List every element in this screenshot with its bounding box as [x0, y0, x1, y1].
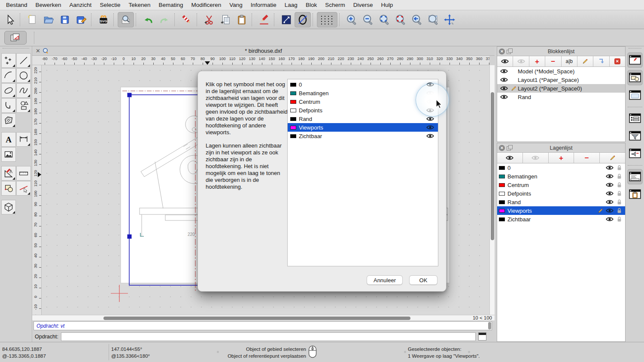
- image-icon[interactable]: [1, 147, 16, 162]
- print-preview-icon[interactable]: [118, 12, 134, 27]
- add-block-icon[interactable]: +: [529, 56, 545, 66]
- menu-vang[interactable]: Vang: [229, 2, 243, 8]
- strip-drag-handle[interactable]: [629, 48, 641, 51]
- edit-properties-icon[interactable]: [256, 12, 272, 27]
- remove-layer-icon[interactable]: −: [574, 153, 600, 163]
- menu-laag[interactable]: Laag: [285, 2, 298, 8]
- canvas-vertical-scrollbar[interactable]: [489, 65, 495, 315]
- dialog-layer-row[interactable]: Rand: [288, 115, 438, 123]
- scrollbar-thumb[interactable]: [103, 317, 410, 320]
- eye-icon[interactable]: [606, 174, 614, 179]
- layer-row[interactable]: Rand: [497, 198, 625, 206]
- eye-icon[interactable]: [500, 69, 508, 74]
- detach-icon[interactable]: [507, 48, 512, 54]
- dialog-layer-row-selected[interactable]: Viewports: [288, 123, 438, 132]
- detach-icon[interactable]: [507, 145, 512, 151]
- purge-block-icon[interactable]: ✕: [610, 56, 625, 66]
- menu-modificeren[interactable]: Modificeren: [191, 2, 222, 8]
- menu-selectie[interactable]: Selectie: [100, 2, 120, 8]
- eye-icon[interactable]: [606, 182, 614, 187]
- ellipse-icon[interactable]: [1, 83, 16, 98]
- eye-icon[interactable]: [606, 165, 614, 170]
- add-layer-icon[interactable]: +: [549, 153, 574, 163]
- hide-all-blocks-icon[interactable]: [513, 56, 529, 66]
- zoom-selection-icon[interactable]: [392, 12, 409, 27]
- measure-icon[interactable]: [16, 166, 31, 181]
- block-list-panel-icon[interactable]: [627, 70, 643, 85]
- pointer-icon[interactable]: [2, 12, 18, 27]
- command-window-toggle-icon[interactable]: [478, 332, 486, 341]
- history-scrollbar[interactable]: [488, 322, 491, 329]
- eye-icon[interactable]: [606, 199, 614, 205]
- palette-drag-handle[interactable]: [3, 48, 29, 52]
- undo-icon[interactable]: [140, 12, 156, 27]
- list-panel-icon[interactable]: [627, 111, 643, 126]
- eye-icon[interactable]: [500, 86, 508, 91]
- layer-row[interactable]: Bematingen: [497, 172, 625, 181]
- zoom-in-icon[interactable]: [343, 12, 360, 27]
- close-icon[interactable]: ✕: [499, 145, 505, 151]
- circle-icon[interactable]: [16, 68, 31, 83]
- auto-zoom-icon[interactable]: [376, 12, 392, 27]
- eye-icon[interactable]: [606, 217, 614, 222]
- lock-icon[interactable]: [617, 173, 622, 179]
- eye-icon[interactable]: [606, 208, 614, 213]
- viewport-handle[interactable]: [128, 93, 132, 97]
- dialog-layer-row[interactable]: Bematingen: [288, 89, 438, 97]
- viewport-handle[interactable]: [128, 235, 132, 239]
- viewport-panel-icon[interactable]: [627, 87, 643, 103]
- trim-icon[interactable]: [16, 181, 31, 196]
- menu-diverse[interactable]: Diverse: [353, 2, 373, 8]
- close-icon[interactable]: ✕: [499, 48, 505, 54]
- hide-all-layers-icon[interactable]: [523, 153, 549, 163]
- zoom-out-icon[interactable]: [360, 12, 376, 27]
- eye-icon[interactable]: [426, 125, 434, 130]
- property-editor-icon[interactable]: [627, 52, 643, 68]
- new-file-icon[interactable]: [24, 12, 40, 27]
- menu-hulp[interactable]: Hulp: [381, 2, 393, 8]
- viewport-layout-icon[interactable]: [4, 31, 27, 45]
- cancel-button[interactable]: Annuleer: [367, 275, 403, 285]
- cut-icon[interactable]: [201, 12, 217, 27]
- points-icon[interactable]: [1, 53, 16, 68]
- notification-panel-icon[interactable]: [627, 146, 643, 161]
- rename-block-icon[interactable]: a|b: [562, 56, 577, 66]
- command-history[interactable]: Opdracht: vt: [33, 321, 492, 330]
- eye-icon[interactable]: [500, 77, 508, 82]
- text-icon[interactable]: A: [1, 132, 16, 147]
- zoom-window-icon[interactable]: [425, 12, 441, 27]
- dialog-layer-row[interactable]: Defpoints: [288, 106, 438, 115]
- command-input[interactable]: [61, 332, 476, 341]
- redo-icon[interactable]: [156, 12, 173, 27]
- lock-icon[interactable]: [617, 208, 622, 214]
- block-row[interactable]: Layout1 (*Paper_Space): [497, 75, 625, 84]
- eye-icon[interactable]: [606, 191, 614, 196]
- modify-icon[interactable]: [1, 166, 16, 181]
- dialog-layer-row[interactable]: 0: [288, 80, 438, 89]
- grid-icon[interactable]: [317, 12, 337, 27]
- command-window-icon[interactable]: [627, 169, 643, 184]
- lock-icon[interactable]: [617, 165, 622, 171]
- layer-row[interactable]: Zichtbaar: [497, 215, 625, 223]
- dimension-icon[interactable]: [16, 132, 31, 147]
- block-icon[interactable]: [1, 181, 16, 196]
- menu-aanzicht[interactable]: Aanzicht: [70, 2, 92, 8]
- show-all-layers-icon[interactable]: [497, 153, 523, 163]
- eye-icon[interactable]: [500, 94, 508, 100]
- layer-row[interactable]: Centrum: [497, 181, 625, 189]
- line-icon[interactable]: [16, 53, 31, 68]
- menu-scherm[interactable]: Scherm: [325, 2, 345, 8]
- layer-row[interactable]: Defpoints: [497, 189, 625, 198]
- lineweight-icon[interactable]: [278, 12, 295, 27]
- save-icon[interactable]: [57, 12, 73, 27]
- scrollbar-thumb[interactable]: [491, 92, 494, 240]
- eye-icon[interactable]: [426, 116, 434, 121]
- menu-bestand[interactable]: Bestand: [6, 2, 27, 8]
- open-file-icon[interactable]: [40, 12, 57, 27]
- remove-block-icon[interactable]: −: [545, 56, 561, 66]
- block-row-selected[interactable]: Layout2 (*Paper_Space0): [497, 84, 625, 93]
- menu-bemating[interactable]: Bemating: [158, 2, 183, 8]
- edit-block-icon[interactable]: [577, 56, 593, 66]
- menu-tekenen[interactable]: Tekenen: [128, 2, 150, 8]
- previous-view-icon[interactable]: [409, 12, 425, 27]
